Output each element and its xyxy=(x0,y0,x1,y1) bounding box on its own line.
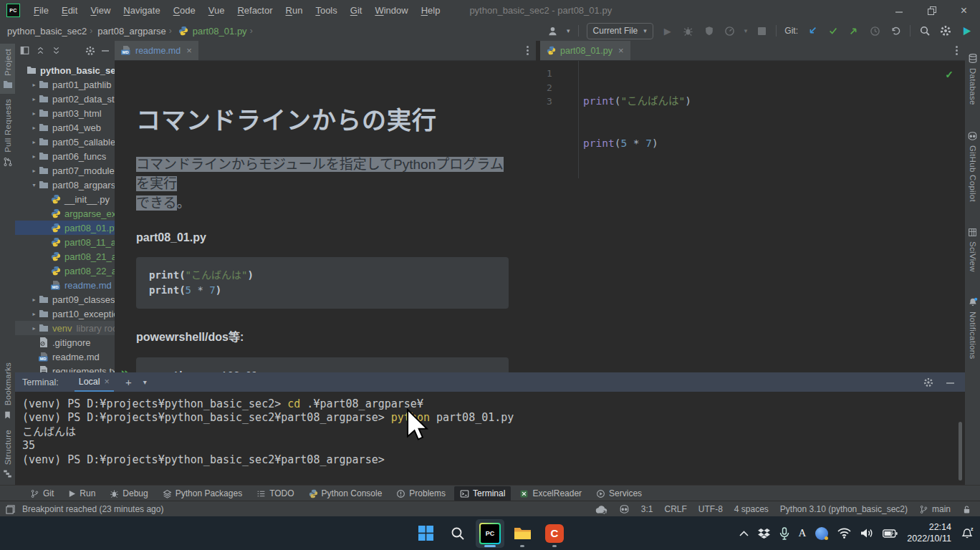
select-opened-file-icon[interactable] xyxy=(20,46,29,55)
tree-row[interactable]: argparse_examp xyxy=(15,206,115,221)
tray-dropbox-icon[interactable] xyxy=(758,528,770,539)
tray-volume-icon[interactable] xyxy=(860,528,873,539)
search-everywhere-icon[interactable] xyxy=(918,24,931,37)
tray-wifi-icon[interactable] xyxy=(837,528,851,539)
collapse-all-icon[interactable] xyxy=(52,46,61,55)
close-button[interactable]: × xyxy=(948,0,980,21)
tree-row[interactable]: MD readme.md xyxy=(15,349,115,364)
git-commit-button[interactable] xyxy=(827,24,840,37)
ime-mode-indicator[interactable]: A xyxy=(799,527,807,539)
tree-expand-icon[interactable]: ▸ xyxy=(30,110,38,117)
close-tab-icon[interactable]: × xyxy=(105,377,110,387)
tree-row[interactable]: __init__.py xyxy=(15,192,115,206)
tree-row[interactable]: ▸ part09_classes xyxy=(15,292,115,307)
tree-expand-icon[interactable]: ▸ xyxy=(30,139,38,145)
breadcrumb-item[interactable]: part08_argparse › xyxy=(97,26,171,37)
taskbar-search-icon[interactable] xyxy=(443,519,472,548)
tab-options-kebab-icon[interactable] xyxy=(527,45,529,56)
menu-item[interactable]: Run xyxy=(279,0,309,21)
chevron-down-icon[interactable]: ▾ xyxy=(567,27,570,34)
tree-expand-icon[interactable]: ▸ xyxy=(30,96,38,102)
tool-window-button[interactable]: Services xyxy=(590,486,648,501)
tool-window-button[interactable]: Git xyxy=(24,486,59,501)
menu-item[interactable]: Refactor xyxy=(231,0,279,21)
tree-row[interactable]: ▸ part03_html xyxy=(15,106,115,120)
tool-window-button[interactable]: GitHub Copilot xyxy=(965,126,980,207)
tree-row[interactable]: part08_21_argpa xyxy=(15,249,115,264)
tool-window-button[interactable]: SciView xyxy=(965,223,980,277)
plugin-icon[interactable] xyxy=(960,24,973,37)
tool-window-button[interactable]: Python Console xyxy=(303,486,388,501)
tab-part08-01[interactable]: part08_01.py × xyxy=(540,41,630,60)
python-interpreter[interactable]: Python 3.10 (python_basic_sec2) xyxy=(780,504,908,514)
close-tab-icon[interactable]: × xyxy=(186,45,192,56)
taskbar-clock[interactable]: 22:14 2022/10/11 xyxy=(907,522,951,544)
cloud-sync-icon[interactable] xyxy=(595,505,607,514)
tray-microphone-icon[interactable] xyxy=(779,527,789,540)
tool-window-switcher-icon[interactable] xyxy=(6,505,15,514)
terminal-output[interactable]: (venv) PS D:¥projects¥python_basic_sec2>… xyxy=(15,392,965,485)
menu-item[interactable]: View xyxy=(84,0,117,21)
tab-readme[interactable]: MD readme.md × xyxy=(115,41,198,60)
settings-gear-icon[interactable] xyxy=(939,24,952,37)
tree-expand-icon[interactable]: ▸ xyxy=(30,153,38,160)
tree-row[interactable]: ▸ part10_exceptions xyxy=(15,307,115,321)
tool-window-button[interactable]: ExcelReader xyxy=(514,486,587,501)
tree-row[interactable]: ▸ part05_callable xyxy=(15,135,115,149)
run-button[interactable]: ▶ xyxy=(661,24,674,37)
profiler-button[interactable] xyxy=(724,24,736,37)
tree-row[interactable]: part08_01.py xyxy=(15,221,115,235)
taskbar-pycharm-icon[interactable]: PC xyxy=(476,519,504,548)
chevron-down-icon[interactable]: ▾ xyxy=(744,27,748,34)
tree-row[interactable]: ▸ part07_module xyxy=(15,163,115,178)
breadcrumb-item[interactable]: part08_01.py › xyxy=(177,24,253,37)
indent-setting[interactable]: 4 spaces xyxy=(734,504,769,514)
tray-battery-icon[interactable] xyxy=(883,529,898,538)
expand-all-icon[interactable] xyxy=(36,46,45,55)
menu-item[interactable]: Edit xyxy=(55,0,84,21)
tool-window-button[interactable]: Bookmarks xyxy=(0,357,15,424)
lock-icon[interactable] xyxy=(962,505,971,514)
tree-expand-icon[interactable]: ▾ xyxy=(30,182,38,188)
tree-row[interactable]: ▸ part01_pathlib xyxy=(15,77,115,92)
close-tab-icon[interactable]: × xyxy=(618,45,624,56)
breadcrumb-item[interactable]: python_basic_sec2 › xyxy=(7,26,92,37)
menu-item[interactable]: Navigate xyxy=(117,0,166,21)
code-area[interactable]: print("こんばんは") print(5 * 7) xyxy=(579,61,691,178)
tree-row[interactable]: ▾ part08_argparse xyxy=(15,178,115,192)
caret-position[interactable]: 3:1 xyxy=(641,504,653,514)
terminal-scrollbar[interactable] xyxy=(959,422,962,481)
tool-window-button[interactable]: Debug xyxy=(104,486,153,501)
new-terminal-session-icon[interactable]: + xyxy=(125,376,132,388)
tool-window-button[interactable]: Problems xyxy=(390,486,451,501)
inspections-ok-icon[interactable]: ✓ xyxy=(945,69,953,80)
tool-window-button[interactable]: Pull Requests xyxy=(0,94,15,172)
tree-row[interactable]: requirements.txt xyxy=(15,364,115,372)
menu-item[interactable]: Tools xyxy=(309,0,343,21)
coverage-button[interactable] xyxy=(703,24,716,37)
menu-item[interactable]: Code xyxy=(167,0,202,21)
tree-expand-icon[interactable]: ▸ xyxy=(30,168,38,174)
tree-expand-icon[interactable]: ▸ xyxy=(30,125,38,131)
rollback-button[interactable] xyxy=(889,24,902,37)
tree-row[interactable]: .gitignore xyxy=(15,335,115,349)
tree-row[interactable]: ▸ venv library root xyxy=(15,321,115,335)
menu-item[interactable]: Vue xyxy=(202,0,231,21)
git-update-button[interactable] xyxy=(806,24,819,37)
chevron-down-icon[interactable]: ▾ xyxy=(143,378,147,386)
minimize-button[interactable] xyxy=(883,0,916,21)
tree-expand-icon[interactable]: ▸ xyxy=(30,296,38,303)
tool-window-button[interactable]: Notifications xyxy=(965,292,980,365)
hide-panel-icon[interactable] xyxy=(946,378,955,387)
hide-panel-icon[interactable] xyxy=(102,47,110,54)
tree-expand-icon[interactable]: ▸ xyxy=(30,82,38,88)
tree-expand-icon[interactable]: ▸ xyxy=(30,311,38,317)
git-branch-widget[interactable]: main xyxy=(919,504,951,514)
run-configuration-select[interactable]: Current File ▾ xyxy=(587,23,653,39)
git-push-button[interactable] xyxy=(847,24,860,37)
menu-item[interactable]: Help xyxy=(415,0,447,21)
copilot-status-icon[interactable] xyxy=(619,504,630,514)
notification-bell-icon[interactable]: z xyxy=(961,526,974,540)
stop-button[interactable] xyxy=(755,24,768,37)
run-command-icon[interactable]: » xyxy=(120,366,130,372)
